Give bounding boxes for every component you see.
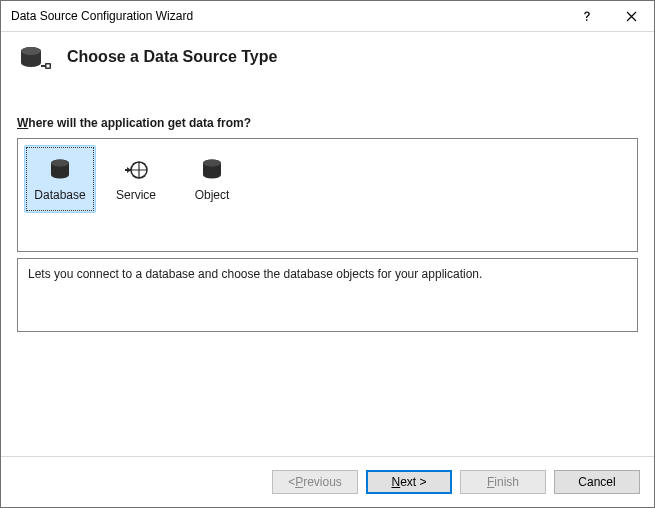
header: Choose a Data Source Type	[1, 32, 654, 116]
wizard-window: Data Source Configuration Wizard Choose …	[0, 0, 655, 508]
service-icon	[122, 156, 150, 184]
page-title: Choose a Data Source Type	[67, 48, 277, 66]
option-label: Object	[195, 188, 230, 202]
option-database[interactable]: Database	[24, 145, 96, 213]
next-button[interactable]: Next >	[366, 470, 452, 494]
content-area: Where will the application get data from…	[1, 116, 654, 456]
footer: < Previous Next > Finish Cancel	[1, 456, 654, 507]
option-service[interactable]: Service	[100, 145, 172, 213]
database-icon	[46, 156, 74, 184]
option-object[interactable]: Object	[176, 145, 248, 213]
option-label: Service	[116, 188, 156, 202]
datasource-header-icon	[17, 44, 53, 80]
svg-rect-3	[47, 65, 50, 68]
svg-point-1	[21, 47, 41, 55]
object-icon	[198, 156, 226, 184]
help-button[interactable]	[564, 1, 609, 31]
svg-point-9	[203, 160, 221, 167]
option-label: Database	[34, 188, 85, 202]
window-title: Data Source Configuration Wizard	[1, 9, 564, 23]
prompt-label: Where will the application get data from…	[17, 116, 638, 130]
previous-button: < Previous	[272, 470, 358, 494]
svg-point-5	[51, 160, 69, 167]
description-text: Lets you connect to a database and choos…	[28, 267, 482, 281]
description-box: Lets you connect to a database and choos…	[17, 258, 638, 332]
finish-button: Finish	[460, 470, 546, 494]
svg-marker-7	[127, 167, 131, 173]
close-button[interactable]	[609, 1, 654, 31]
titlebar: Data Source Configuration Wizard	[1, 1, 654, 32]
options-list: Database Service	[17, 138, 638, 252]
cancel-button[interactable]: Cancel	[554, 470, 640, 494]
